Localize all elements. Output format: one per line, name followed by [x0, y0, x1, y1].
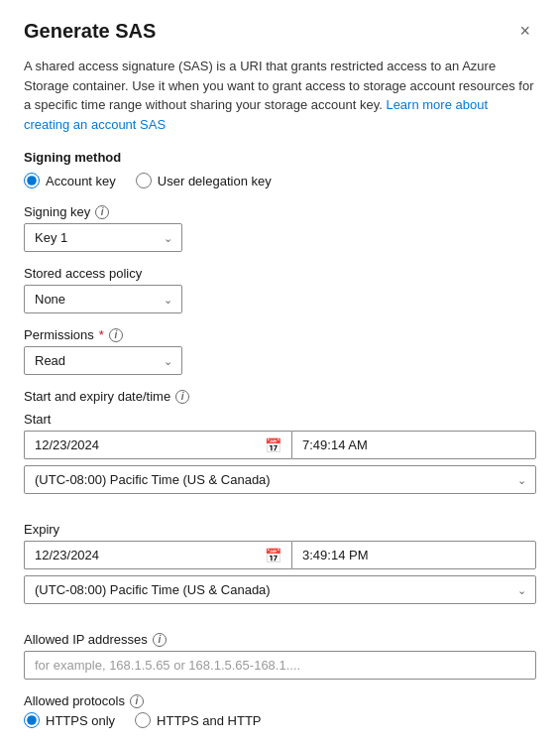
expiry-datetime-row: 📅 [24, 541, 536, 569]
permissions-select[interactable]: Read Write Delete List [24, 346, 182, 375]
start-datetime-row: 📅 [24, 431, 536, 459]
start-timezone-select[interactable]: (UTC-08:00) Pacific Time (US & Canada) (… [24, 465, 536, 494]
signing-key-label-row: Signing key i [24, 204, 536, 219]
user-delegation-key-radio[interactable] [136, 173, 152, 188]
account-key-option[interactable]: Account key [24, 173, 116, 188]
start-expiry-info-icon[interactable]: i [175, 390, 189, 404]
stored-access-policy-select[interactable]: None [24, 285, 182, 313]
permissions-label: Permissions [24, 327, 94, 342]
account-key-radio[interactable] [24, 173, 40, 188]
allowed-protocols-label: Allowed protocols [24, 693, 125, 708]
start-expiry-label-row: Start and expiry date/time i [24, 389, 536, 404]
signing-method-label: Signing method [24, 150, 536, 165]
allowed-protocols-label-row: Allowed protocols i [24, 693, 536, 708]
description-text: A shared access signature (SAS) is a URI… [24, 57, 536, 134]
start-expiry-label: Start and expiry date/time [24, 389, 170, 404]
https-http-option[interactable]: HTTPS and HTTP [135, 712, 261, 728]
dialog-title: Generate SAS [24, 20, 156, 43]
expiry-timezone-select[interactable]: (UTC-08:00) Pacific Time (US & Canada) (… [24, 575, 536, 604]
start-date-input[interactable] [24, 431, 291, 459]
stored-access-policy-select-wrapper: None ⌄ [24, 285, 182, 313]
https-only-label: HTTPS only [46, 713, 115, 728]
start-timezone-wrapper: (UTC-08:00) Pacific Time (US & Canada) (… [24, 465, 536, 494]
https-only-option[interactable]: HTTPS only [24, 712, 115, 728]
start-group: Start 📅 (UTC-08:00) Pacific Time (US & C… [24, 412, 536, 508]
allowed-ip-label: Allowed IP addresses [24, 632, 148, 647]
stored-access-policy-label: Stored access policy [24, 266, 536, 281]
generate-sas-dialog: Generate SAS × A shared access signature… [0, 0, 560, 747]
start-label: Start [24, 412, 536, 427]
dialog-header: Generate SAS × [24, 20, 536, 43]
expiry-date-wrapper: 📅 [24, 541, 291, 569]
allowed-protocols-radio-group: HTTPS only HTTPS and HTTP [24, 712, 536, 728]
start-date-wrapper: 📅 [24, 431, 291, 459]
signing-key-select[interactable]: Key 1 Key 2 [24, 223, 182, 252]
allowed-ip-label-row: Allowed IP addresses i [24, 632, 536, 647]
allowed-ip-group: Allowed IP addresses i [24, 632, 536, 680]
allowed-ip-input[interactable] [24, 651, 536, 680]
https-only-radio[interactable] [24, 712, 40, 728]
permissions-group: Permissions * i Read Write Delete List ⌄ [24, 327, 536, 375]
permissions-select-wrapper: Read Write Delete List ⌄ [24, 346, 182, 375]
permissions-info-icon[interactable]: i [109, 328, 123, 342]
expiry-timezone-wrapper: (UTC-08:00) Pacific Time (US & Canada) (… [24, 575, 536, 604]
https-http-label: HTTPS and HTTP [157, 713, 261, 728]
permissions-required-star: * [99, 327, 104, 342]
expiry-date-input[interactable] [24, 541, 291, 569]
close-button[interactable]: × [513, 20, 536, 42]
start-time-input[interactable] [291, 431, 536, 459]
expiry-time-input[interactable] [291, 541, 536, 569]
signing-method-group: Signing method Account key User delegati… [24, 150, 536, 188]
signing-key-label: Signing key [24, 204, 90, 219]
user-delegation-key-label: User delegation key [158, 174, 272, 188]
stored-access-policy-group: Stored access policy None ⌄ [24, 266, 536, 313]
permissions-label-row: Permissions * i [24, 327, 536, 342]
account-key-label: Account key [46, 174, 116, 188]
signing-key-select-wrapper: Key 1 Key 2 ⌄ [24, 223, 182, 252]
signing-key-group: Signing key i Key 1 Key 2 ⌄ [24, 204, 536, 252]
user-delegation-key-option[interactable]: User delegation key [136, 173, 272, 188]
expiry-group: Expiry 📅 (UTC-08:00) Pacific Time (US & … [24, 522, 536, 618]
allowed-protocols-info-icon[interactable]: i [130, 694, 144, 708]
allowed-protocols-group: Allowed protocols i HTTPS only HTTPS and… [24, 693, 536, 728]
signing-key-info-icon[interactable]: i [95, 205, 109, 219]
expiry-label: Expiry [24, 522, 536, 537]
https-http-radio[interactable] [135, 712, 151, 728]
signing-method-radio-group: Account key User delegation key [24, 173, 536, 188]
allowed-ip-info-icon[interactable]: i [153, 633, 167, 647]
